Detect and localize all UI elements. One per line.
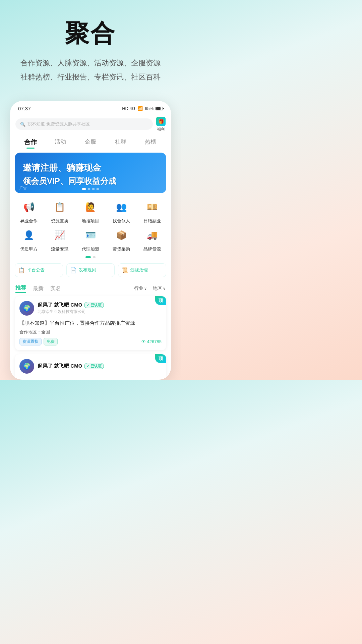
post-header-1: 🌍 起风了 就飞吧 CMO ✓ 已认证 北京众生互娱科技有限公司 [19,301,162,316]
page-dot-1 [85,256,91,258]
quick-link-announcement[interactable]: 📋 平台公告 [15,263,63,277]
partner-icon: 👥 [113,199,130,216]
top-badge-2: 顶 [155,354,166,363]
agency-label: 代理加盟 [82,246,99,252]
chevron-down-icon-2: ∨ [163,286,166,291]
violations-icon: 📜 [122,267,128,273]
banner-dot-3 [92,188,95,190]
tab-enterprise[interactable]: 企服 [75,136,106,149]
icon-item-resource-swap[interactable]: 📋 资源置换 [45,199,74,224]
goods-icon: 📦 [113,227,130,244]
poster-company-1: 北京众生互娱科技有限公司 [38,309,162,315]
tab-community[interactable]: 社群 [106,136,136,149]
post-header-2: 🌍 起风了 就飞吧 CMO ✓ 已认证 [19,359,162,374]
top-badge-1: 顶 [155,296,166,305]
feed-filter-group: 行业 ∨ 地区 ∨ [134,285,166,291]
chevron-down-icon: ∨ [144,286,147,291]
banner-ad-label: 广告 [19,185,27,191]
search-placeholder: 职不知道 免费资源人脉共享社区 [27,121,90,127]
poster-info-1: 起风了 就飞吧 CMO ✓ 已认证 北京众生互娱科技有限公司 [38,302,162,315]
announcement-icon: 📋 [18,267,25,273]
icon-grid-row2: 👤 优质甲方 📈 流量变现 🪪 代理加盟 📦 带货采购 🚚 品牌货源 [10,225,171,256]
quick-link-rules[interactable]: 📄 发布规则 [66,263,115,277]
icon-item-quality-client[interactable]: 👤 优质甲方 [14,227,44,252]
tags-left-1: 资源置换 免费 [19,338,58,345]
icon-item-partner[interactable]: 👥 找合伙人 [107,199,136,224]
search-bar[interactable]: 🔍 职不知道 免费资源人脉共享社区 [15,118,153,130]
crossover-label: 异业合作 [20,218,38,224]
post-tags-row-1: 资源置换 免费 👁 426785 [19,338,162,345]
banner-text1: 邀请注册、躺赚现金 [23,162,158,174]
avatar-1: 🌍 [19,301,34,316]
tag-free[interactable]: 免费 [44,338,58,345]
traffic-icon: 📈 [51,227,68,244]
avatar-2: 🌍 [19,359,34,374]
hero-subtitle: 合作资源、人脉资源、活动资源、企服资源 社群热榜、行业报告、专栏资讯、社区百科 [13,56,168,84]
feed-tabs: 推荐 最新 实名 行业 ∨ 地区 ∨ [10,282,171,296]
filter-region[interactable]: 地区 ∨ [153,285,166,291]
verified-badge-1: ✓ 已认证 [84,302,104,308]
quick-links: 📋 平台公告 📄 发布规则 📜 违规治理 [10,261,171,282]
announcement-label: 平台公告 [27,267,45,273]
resource-swap-label: 资源置换 [51,218,68,224]
quality-client-label: 优质甲方 [20,246,38,252]
status-bar: 07:37 HD 4G 📶 65% [10,101,171,114]
partner-label: 找合伙人 [113,218,130,224]
banner-dot-4 [97,188,99,190]
banner-dots [82,188,99,190]
feed-tab-recommend[interactable]: 推荐 [15,284,26,293]
brand-icon: 🚚 [143,227,161,244]
icon-item-agency[interactable]: 🪪 代理加盟 [76,227,105,252]
time: 07:37 [18,106,31,111]
hero-title: 聚合 [13,20,168,47]
daily-income-label: 日结副业 [143,218,161,224]
tab-activity[interactable]: 活动 [46,136,76,149]
poster-info-2: 起风了 就飞吧 CMO ✓ 已认证 [38,363,162,369]
tab-cooperation[interactable]: 合作 [15,136,46,149]
welfare-icon: 🎁 [156,117,166,126]
welfare-label: 福利 [157,127,165,132]
tab-trending[interactable]: 热榜 [135,136,166,149]
icon-item-brand[interactable]: 🚚 品牌货源 [137,227,167,252]
battery-percent: 65% [145,106,154,111]
icon-item-crossover[interactable]: 📢 异业合作 [14,199,44,224]
daily-income-icon: 💴 [143,199,161,216]
post-region-1: 合作地区：全国 [19,329,162,335]
brand-label: 品牌货源 [143,246,161,252]
promo-banner[interactable]: 邀请注册、躺赚现金 领会员VIP、同享收益分成 广告 [15,153,166,193]
welfare-button[interactable]: 🎁 福利 [156,117,166,132]
icon-item-daily-income[interactable]: 💴 日结副业 [137,199,167,224]
view-count-1: 👁 426785 [141,339,162,344]
icon-item-ground-push[interactable]: 🙋 地推项目 [76,199,105,224]
banner-dot-1 [82,188,86,190]
icon-item-goods[interactable]: 📦 带货采购 [107,227,136,252]
phone-card: 07:37 HD 4G 📶 65% 🔍 职不知道 免费资源人脉共享社区 🎁 福利… [10,101,171,380]
signal-indicator: HD 4G [122,106,135,111]
poster-name-1: 起风了 就飞吧 CMO ✓ 已认证 [38,302,162,308]
filter-industry[interactable]: 行业 ∨ [134,285,147,291]
post-card-1[interactable]: 🌍 起风了 就飞吧 CMO ✓ 已认证 北京众生互娱科技有限公司 顶 【职不知道… [15,296,166,350]
icon-item-traffic[interactable]: 📈 流量变现 [45,227,74,252]
battery-icon [156,107,163,110]
rules-icon: 📄 [70,267,77,273]
banner-text2: 领会员VIP、同享收益分成 [23,176,158,186]
resource-swap-icon: 📋 [51,199,68,216]
ground-push-icon: 🙋 [82,199,99,216]
post-title-1: 【职不知道】平台推广位，置换合作方品牌推广资源 [19,319,162,327]
feed-tab-verified[interactable]: 实名 [50,285,61,292]
nav-tabs: 合作 活动 企服 社群 热榜 [10,135,171,153]
goods-label: 带货采购 [113,246,130,252]
status-icons: HD 4G 📶 65% [122,106,163,111]
quick-link-violations[interactable]: 📜 违规治理 [118,263,166,277]
hero-section: 聚合 合作资源、人脉资源、活动资源、企服资源 社群热榜、行业报告、专栏资讯、社区… [0,0,181,94]
banner-dot-2 [88,188,90,190]
page-indicator [10,256,171,261]
crossover-icon: 📢 [20,199,38,216]
poster-name-2: 起风了 就飞吧 CMO ✓ 已认证 [38,363,162,369]
icon-grid-row1: 📢 异业合作 📋 资源置换 🙋 地推项目 👥 找合伙人 💴 日结副业 [10,193,171,225]
post-card-2[interactable]: 🌍 起风了 就飞吧 CMO ✓ 已认证 顶 [15,354,166,380]
feed-tab-latest[interactable]: 最新 [33,285,44,292]
ground-push-label: 地推项目 [82,218,99,224]
tag-resource-swap[interactable]: 资源置换 [19,338,42,345]
rules-label: 发布规则 [79,267,96,273]
